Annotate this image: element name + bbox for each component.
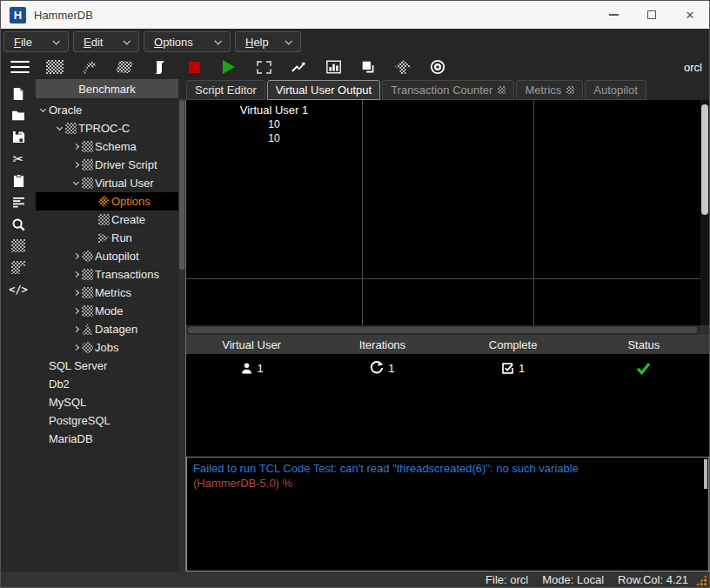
chevron-collapsed-icon[interactable]: [70, 144, 82, 149]
tree-item-mariadb[interactable]: MariaDB: [36, 430, 185, 448]
tree-item-postgresql[interactable]: PostgreSQL: [36, 411, 185, 430]
new-file-button[interactable]: [5, 86, 31, 101]
toolbar-buttons: [3, 56, 455, 78]
output-horizontal-scrollbar-thumb[interactable]: [188, 327, 697, 333]
tree-item-sql-server[interactable]: SQL Server: [36, 357, 185, 375]
build-schema-button[interactable]: [37, 56, 72, 78]
transaction-counter-button[interactable]: [281, 56, 316, 78]
menu-edit[interactable]: Edit: [73, 31, 139, 52]
tab-script-editor[interactable]: Script Editor: [186, 80, 265, 100]
chevron-expanded-icon[interactable]: [54, 127, 65, 130]
format-lines-button[interactable]: [5, 195, 31, 210]
tab-autopilot[interactable]: Autopilot: [585, 80, 646, 100]
tree-item-label: TPROC-C: [78, 122, 130, 135]
chevron-collapsed-icon[interactable]: [70, 309, 82, 313]
status-label: File:: [486, 573, 507, 586]
tree-item-mode[interactable]: Mode: [36, 302, 185, 320]
status-file: File: orcl: [486, 573, 528, 586]
hammerdb-logo-icon: H: [10, 7, 26, 23]
maximize-button[interactable]: [633, 1, 671, 29]
window-title: HammerDB: [34, 9, 93, 22]
chevron-collapsed-icon[interactable]: [70, 254, 82, 258]
paste-button[interactable]: [5, 173, 31, 188]
resize-grip-icon[interactable]: [695, 574, 707, 586]
edit-box-icon: [11, 261, 25, 274]
vu-column-complete: Complete: [448, 338, 579, 351]
upload-button[interactable]: [385, 56, 420, 78]
chevron-collapsed-icon[interactable]: [70, 327, 82, 331]
tree-item-create[interactable]: Create: [36, 210, 185, 229]
tree-item-mysql[interactable]: MySQL: [36, 393, 185, 411]
tree-item-label: Oracle: [49, 104, 82, 117]
tree-item-autopilot[interactable]: Autopilot: [36, 247, 185, 265]
run-button[interactable]: [211, 56, 246, 78]
chevron-collapsed-icon[interactable]: [70, 272, 82, 277]
tab-virtual-user-output[interactable]: Virtual User Output: [267, 80, 380, 100]
menu-help[interactable]: Help: [235, 31, 301, 52]
tab-transaction-counter[interactable]: Transaction Counter: [382, 80, 514, 100]
edit-block-button[interactable]: [5, 260, 31, 275]
tree-item-tproc-c[interactable]: TPROC-C: [36, 119, 185, 137]
checkbox-icon: [501, 362, 514, 375]
tree-item-options[interactable]: Options: [36, 192, 185, 210]
tree-item-label: Datagen: [95, 323, 137, 336]
target-button[interactable]: [420, 56, 455, 78]
menu-file[interactable]: File: [3, 31, 69, 52]
complete-value: 1: [519, 362, 525, 375]
search-button[interactable]: [5, 217, 31, 231]
tree-item-driver-script[interactable]: Driver Script: [36, 156, 185, 174]
tree-scrollbar[interactable]: [178, 98, 185, 571]
hammer-icon: [81, 60, 98, 74]
tree-item-virtual-user[interactable]: Virtual User: [36, 174, 185, 192]
tree-item-run[interactable]: Run: [36, 229, 185, 247]
open-file-button[interactable]: [5, 108, 31, 123]
output-vertical-scrollbar[interactable]: [700, 100, 709, 325]
test-script-button[interactable]: [246, 56, 281, 78]
tab-label: Virtual User Output: [276, 84, 372, 97]
vu-row-virtual-user: 1: [186, 362, 317, 375]
vu-column-virtual-user: Virtual User: [186, 338, 317, 351]
tree-item-jobs[interactable]: Jobs: [36, 338, 185, 357]
tree-item-label: Db2: [49, 378, 70, 391]
tree-item-schema[interactable]: Schema: [36, 137, 185, 156]
tree-item-metrics[interactable]: Metrics: [36, 284, 185, 302]
tree-item-label: PostgreSQL: [49, 414, 111, 427]
load-script-button[interactable]: [142, 56, 177, 78]
cut-button[interactable]: ✂: [5, 151, 31, 166]
block-button[interactable]: [5, 238, 31, 253]
menu-options[interactable]: Options: [144, 31, 231, 52]
table-row[interactable]: 111: [186, 357, 709, 378]
tree-scrollbar-thumb[interactable]: [179, 100, 184, 270]
chevron-collapsed-icon[interactable]: [70, 345, 82, 350]
output-vertical-scrollbar-thumb[interactable]: [701, 104, 708, 215]
chevron-collapsed-icon[interactable]: [70, 163, 82, 167]
main-menu-button[interactable]: [3, 56, 37, 78]
minimize-button[interactable]: [594, 1, 633, 29]
metrics-display-button[interactable]: [316, 56, 351, 78]
console-scrollbar-thumb[interactable]: [704, 459, 707, 489]
iterations-value: 1: [388, 362, 394, 375]
save-file-button[interactable]: [5, 130, 31, 144]
left-icon-strip: ✂</>: [1, 79, 36, 571]
vu-column-status: Status: [579, 338, 709, 351]
transactions-icon: [82, 269, 93, 280]
grid-vline: [533, 100, 534, 325]
tab-metrics[interactable]: Metrics: [516, 80, 583, 100]
close-button[interactable]: ✕: [671, 1, 709, 29]
output-horizontal-scrollbar[interactable]: [186, 325, 700, 335]
build-hammer-button[interactable]: [72, 56, 107, 78]
windows-button[interactable]: [351, 56, 385, 78]
autopilot-icon: [82, 251, 93, 262]
chevron-expanded-icon[interactable]: [70, 182, 82, 184]
tree-item-oracle[interactable]: Oracle: [36, 101, 185, 119]
tree-item-db2[interactable]: Db2: [36, 375, 185, 393]
tree-item-transactions[interactable]: Transactions: [36, 265, 185, 284]
benchmark-tree-panel: Benchmark OracleTPROC-CSchemaDriver Scri…: [36, 79, 185, 571]
vu-table-body: 111: [186, 354, 709, 457]
tree-item-datagen[interactable]: Datagen: [36, 320, 185, 338]
chevron-expanded-icon[interactable]: [37, 109, 49, 111]
stop-button[interactable]: [177, 56, 211, 78]
code-view-button[interactable]: </>: [5, 282, 31, 297]
chevron-collapsed-icon[interactable]: [70, 291, 82, 295]
delete-schema-button[interactable]: [107, 56, 142, 78]
